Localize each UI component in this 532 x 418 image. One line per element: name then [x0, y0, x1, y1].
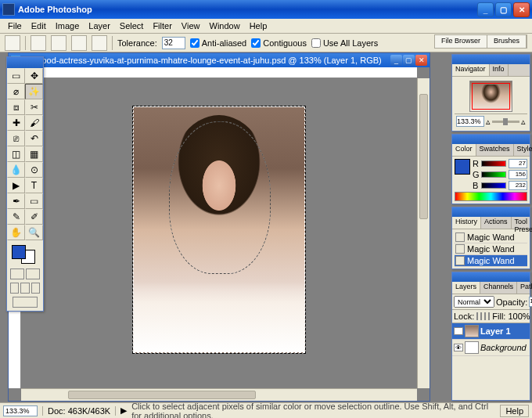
visibility-icon[interactable]: 👁: [454, 327, 463, 335]
hand-tool[interactable]: ✋: [7, 225, 25, 240]
selection-mode-intersect-icon[interactable]: [92, 35, 107, 51]
panel-titlebar[interactable]: [452, 55, 530, 64]
gradient-tool[interactable]: ▦: [25, 146, 43, 162]
doc-close-button[interactable]: ✕: [415, 55, 427, 66]
styles-tab[interactable]: Styles: [514, 144, 532, 156]
history-brush-tool[interactable]: ↶: [25, 131, 43, 146]
standard-mode-icon[interactable]: [10, 268, 24, 279]
toolbox[interactable]: ▭ ✥ ⌀ ✨ ⧈ ✂ ✚ 🖌 ⎚ ↶ ◫ ▦ 💧 ⊙ ▶ T ✒ ▭ ✎ ✐ …: [6, 56, 44, 312]
selection-mode-add-icon[interactable]: [51, 35, 66, 51]
visibility-icon[interactable]: 👁: [454, 344, 463, 351]
contiguous-checkbox[interactable]: Contiguous: [251, 38, 307, 48]
all-layers-checkbox[interactable]: Use All Layers: [311, 38, 378, 48]
lock-transparency-icon[interactable]: [476, 312, 478, 320]
menu-help[interactable]: Help: [245, 20, 272, 32]
brush-tool[interactable]: 🖌: [25, 115, 43, 131]
zoom-tool[interactable]: 🔍: [25, 225, 43, 240]
selection-mode-sub-icon[interactable]: [71, 35, 87, 51]
menu-layer[interactable]: Layer: [84, 20, 115, 32]
minimize-button[interactable]: _: [477, 2, 494, 17]
layer-row[interactable]: 👁 Layer 1: [452, 323, 530, 340]
selection-mode-new-icon[interactable]: [31, 35, 46, 51]
g-slider[interactable]: [481, 171, 506, 178]
b-value[interactable]: 232: [509, 181, 527, 190]
eyedropper-tool[interactable]: ✐: [25, 209, 43, 225]
pen-tool[interactable]: ✒: [7, 193, 25, 209]
image-content[interactable]: [133, 106, 305, 353]
info-tab[interactable]: Info: [490, 64, 509, 76]
history-tab[interactable]: History: [452, 217, 481, 229]
jump-to-imageready-icon[interactable]: [13, 297, 38, 308]
close-button[interactable]: ✕: [513, 2, 530, 17]
lasso-tool[interactable]: ⌀: [7, 84, 25, 99]
navigator-thumbnail[interactable]: [469, 81, 512, 112]
menu-view[interactable]: View: [177, 20, 205, 32]
g-value[interactable]: 156: [509, 170, 527, 179]
channels-tab[interactable]: Channels: [480, 282, 517, 294]
marquee-tool[interactable]: ▭: [7, 68, 25, 84]
history-item[interactable]: Magic Wand: [455, 255, 527, 267]
layer-thumbnail[interactable]: [465, 341, 479, 354]
navigator-zoom-slider[interactable]: [492, 121, 519, 123]
layer-thumbnail[interactable]: [465, 325, 479, 337]
screen-full-icon[interactable]: [31, 283, 40, 294]
history-item[interactable]: Magic Wand: [455, 232, 527, 243]
screen-full-menu-icon[interactable]: [20, 283, 29, 294]
spectrum-ramp[interactable]: [455, 192, 527, 201]
actions-tab[interactable]: Actions: [481, 217, 512, 229]
ruler-horizontal[interactable]: [21, 67, 417, 78]
screen-standard-icon[interactable]: [10, 283, 19, 294]
antialias-checkbox[interactable]: Anti-aliased: [190, 38, 246, 48]
color-swatches[interactable]: [10, 243, 37, 265]
maximize-button[interactable]: ▢: [495, 2, 512, 17]
menu-select[interactable]: Select: [115, 20, 149, 32]
paths-tab[interactable]: Paths: [517, 282, 532, 294]
foreground-color-swatch[interactable]: [12, 245, 26, 259]
blend-mode-select[interactable]: Normal: [454, 296, 494, 308]
magic-wand-tool[interactable]: ✨: [25, 84, 43, 99]
b-slider[interactable]: [481, 182, 506, 189]
healing-tool[interactable]: ✚: [7, 115, 25, 131]
scrollbar-horizontal[interactable]: [21, 388, 417, 401]
doc-size-info[interactable]: Doc: 463K/463K: [42, 406, 116, 416]
navigator-view-box[interactable]: [472, 83, 510, 110]
type-tool[interactable]: T: [25, 178, 43, 193]
panel-titlebar[interactable]: [452, 207, 530, 217]
document-canvas[interactable]: [21, 78, 417, 388]
r-value[interactable]: 27: [509, 159, 527, 168]
dodge-tool[interactable]: ⊙: [25, 162, 43, 178]
menu-image[interactable]: Image: [51, 20, 84, 32]
path-select-tool[interactable]: ▶: [7, 178, 25, 193]
toolbox-titlebar[interactable]: [7, 57, 43, 68]
layers-tab[interactable]: Layers: [452, 282, 480, 294]
menu-filter[interactable]: Filter: [148, 20, 176, 32]
scroll-thumb[interactable]: [419, 94, 428, 219]
menu-file[interactable]: File: [3, 20, 27, 32]
tool-presets-tab[interactable]: Tool Presets: [512, 217, 532, 229]
brushes-tab[interactable]: Brushes: [487, 35, 527, 48]
history-item[interactable]: Magic Wand: [455, 243, 527, 255]
stamp-tool[interactable]: ⎚: [7, 131, 25, 146]
doc-minimize-button[interactable]: _: [390, 55, 402, 66]
move-tool[interactable]: ✥: [25, 68, 43, 84]
tolerance-input[interactable]: [162, 37, 185, 49]
slice-tool[interactable]: ✂: [25, 99, 43, 115]
color-tab[interactable]: Color: [452, 144, 476, 156]
lock-image-icon[interactable]: [480, 312, 482, 320]
document-titlebar[interactable]: ollywood-actress-yuvika-at-purnima-mhatr…: [9, 53, 430, 67]
zoom-input[interactable]: [3, 405, 38, 416]
zoom-out-icon[interactable]: ▵: [486, 117, 491, 127]
quickmask-mode-icon[interactable]: [26, 268, 40, 279]
crop-tool[interactable]: ⧈: [7, 99, 25, 115]
file-browser-tab[interactable]: File Browser: [435, 35, 487, 48]
blur-tool[interactable]: 💧: [7, 162, 25, 178]
help-button[interactable]: Help: [500, 405, 529, 417]
panel-titlebar[interactable]: [452, 272, 530, 282]
doc-maximize-button[interactable]: ▢: [403, 55, 415, 66]
swatches-tab[interactable]: Swatches: [476, 144, 514, 156]
shape-tool[interactable]: ▭: [25, 193, 43, 209]
lock-position-icon[interactable]: [484, 312, 486, 320]
panel-titlebar[interactable]: [452, 135, 530, 144]
scrollbar-vertical[interactable]: [417, 78, 430, 388]
menu-window[interactable]: Window: [205, 20, 245, 32]
